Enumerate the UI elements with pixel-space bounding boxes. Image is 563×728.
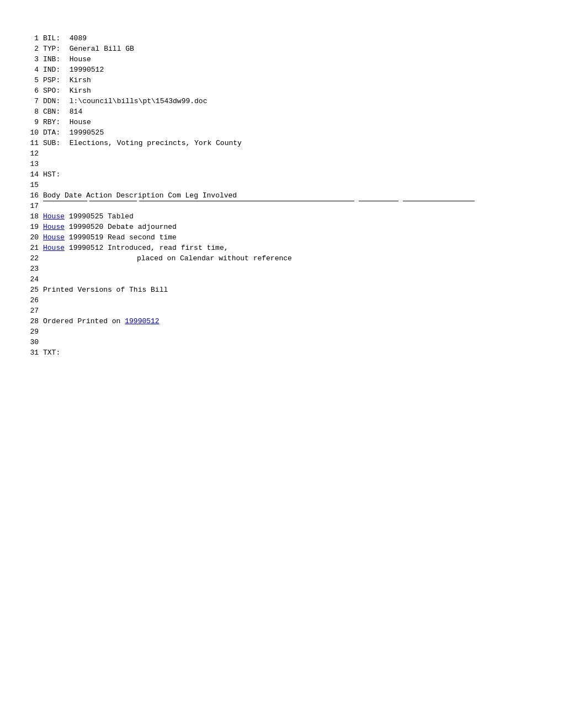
line-num-1: 1	[28, 33, 43, 44]
history-header-leg: Leg Involved	[185, 191, 237, 200]
line-26: 26	[28, 295, 535, 306]
line-21: 21 House 19990512 Introduced, read first…	[28, 243, 535, 253]
line-num-28: 28	[28, 316, 43, 326]
line-22: 22 placed on Calendar without reference	[28, 253, 535, 264]
label-cbn: CBN:	[43, 106, 65, 117]
value-spo: Kirsh	[70, 87, 91, 95]
history-action-22-cont: placed on Calendar without reference	[43, 254, 292, 263]
line-25: 25 Printed Versions of This Bill	[28, 285, 535, 295]
line-1: 1 BIL: 4089	[28, 33, 535, 44]
line-num-14: 14	[28, 169, 43, 180]
value-psp: Kirsh	[70, 76, 91, 84]
line-num-31: 31	[28, 347, 43, 358]
value-rby: House	[70, 118, 91, 126]
line-30: 30	[28, 337, 535, 347]
line-num-21: 21	[28, 243, 43, 253]
value-inb: House	[70, 55, 91, 63]
line-18: 18 House 19990525 Tabled	[28, 211, 535, 222]
line-num-29: 29	[28, 326, 43, 337]
ordered-printed-link[interactable]: 19990512	[125, 317, 159, 325]
value-cbn: 814	[70, 108, 82, 116]
house-link-21[interactable]: House	[43, 244, 65, 252]
line-5: 5 PSP: Kirsh	[28, 75, 535, 85]
line-num-27: 27	[28, 306, 43, 316]
label-ind: IND:	[43, 65, 65, 75]
line-17: 17	[28, 201, 535, 211]
label-dta: DTA:	[43, 127, 65, 138]
line-11: 11 SUB: Elections, Voting precincts, Yor…	[28, 138, 535, 148]
line-3: 3 INB: House	[28, 54, 535, 65]
value-ddn: l:\council\bills\pt\1543dw99.doc	[70, 97, 208, 105]
line-16: 16 Body Date Action Description Com Leg …	[28, 190, 535, 201]
history-date-21: 19990512	[69, 244, 103, 252]
line-num-22: 22	[28, 253, 43, 264]
history-date-18: 19990525	[69, 212, 103, 221]
history-action-21: Introduced, read first time,	[108, 244, 228, 252]
line-num-6: 6	[28, 85, 43, 96]
label-spo: SPO:	[43, 85, 65, 96]
label-psp: PSP:	[43, 75, 65, 85]
line-24: 24	[28, 274, 535, 285]
line-num-16: 16	[28, 190, 43, 201]
house-link-20[interactable]: House	[43, 233, 65, 242]
history-header-body: Body	[43, 191, 60, 200]
line-num-10: 10	[28, 127, 43, 138]
house-link-19[interactable]: House	[43, 223, 65, 231]
label-ddn: DDN:	[43, 96, 65, 106]
line-13: 13	[28, 159, 535, 169]
line-num-25: 25	[28, 285, 43, 295]
history-body-20: House	[43, 233, 65, 242]
line-num-15: 15	[28, 180, 43, 190]
line-10: 10 DTA: 19990525	[28, 127, 535, 138]
line-num-9: 9	[28, 117, 43, 127]
history-header-com: Com	[168, 191, 180, 200]
label-inb: INB:	[43, 54, 65, 65]
history-body-18: House	[43, 212, 65, 221]
history-divider	[43, 201, 535, 201]
line-12: 12	[28, 148, 535, 159]
line-2: 2 TYP: General Bill GB	[28, 44, 535, 54]
line-4: 4 IND: 19990512	[28, 65, 535, 75]
line-num-2: 2	[28, 44, 43, 54]
line-num-4: 4	[28, 65, 43, 75]
line-14: 14 HST:	[28, 169, 535, 180]
history-date-20: 19990519	[69, 233, 103, 242]
line-num-8: 8	[28, 106, 43, 117]
house-link-18[interactable]: House	[43, 212, 65, 221]
label-typ: TYP:	[43, 44, 65, 54]
history-action-19: Debate adjourned	[108, 223, 177, 231]
line-num-19: 19	[28, 222, 43, 232]
history-action-20: Read second time	[108, 233, 177, 242]
line-23: 23	[28, 264, 535, 274]
line-8: 8 CBN: 814	[28, 106, 535, 117]
line-19: 19 House 19990520 Debate adjourned	[28, 222, 535, 232]
line-num-11: 11	[28, 138, 43, 148]
history-action-18: Tabled	[108, 212, 134, 221]
line-num-3: 3	[28, 54, 43, 65]
label-bil: BIL:	[43, 33, 65, 44]
line-15: 15	[28, 180, 535, 190]
history-date-19: 19990520	[69, 223, 103, 231]
history-body-21: House	[43, 244, 65, 252]
value-sub: Elections, Voting precincts, York County	[70, 139, 242, 147]
printed-versions-label: Printed Versions of This Bill	[43, 286, 168, 294]
line-num-30: 30	[28, 337, 43, 347]
line-num-12: 12	[28, 148, 43, 159]
line-20: 20 House 19990519 Read second time	[28, 232, 535, 243]
label-txt: TXT:	[43, 347, 65, 358]
line-27: 27	[28, 306, 535, 316]
line-31: 31 TXT:	[28, 347, 535, 358]
line-num-26: 26	[28, 295, 43, 306]
document: 1 BIL: 4089 2 TYP: General Bill GB 3 INB…	[28, 33, 535, 358]
history-header-action: Action Description	[86, 191, 163, 200]
line-28: 28 Ordered Printed on 19990512	[28, 316, 535, 326]
line-num-24: 24	[28, 274, 43, 285]
line-num-5: 5	[28, 75, 43, 85]
line-num-17: 17	[28, 201, 43, 211]
line-29: 29	[28, 326, 535, 337]
line-6: 6 SPO: Kirsh	[28, 85, 535, 96]
history-header-date: Date	[65, 191, 82, 200]
line-num-20: 20	[28, 232, 43, 243]
line-num-13: 13	[28, 159, 43, 169]
line-num-7: 7	[28, 96, 43, 106]
